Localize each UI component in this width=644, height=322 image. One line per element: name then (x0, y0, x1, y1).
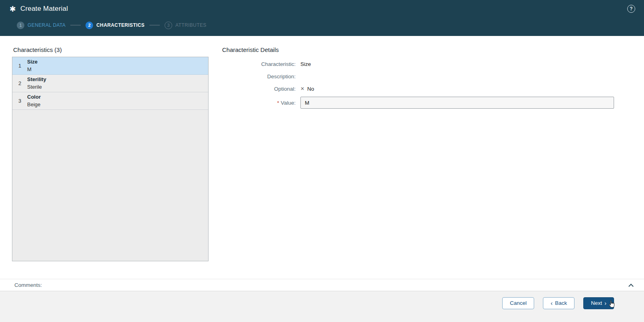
cross-icon: ✕ (300, 86, 304, 91)
characteristic-item-size[interactable]: 1 Size M (12, 57, 208, 75)
chevron-right-icon: › (604, 300, 606, 306)
characteristic-details-panel: Characteristic Details Characteristic: S… (209, 36, 644, 279)
chevron-up-icon[interactable] (628, 284, 634, 289)
item-text: Sterility Sterile (27, 76, 46, 91)
description-label: Description: (222, 74, 296, 80)
help-icon[interactable]: ? (627, 5, 635, 13)
item-value: M (27, 66, 38, 73)
characteristic-item-sterility[interactable]: 2 Sterility Sterile (12, 75, 208, 92)
characteristic-value: Size (300, 61, 311, 67)
app-header: ✱ Create Material ? 1 GENERAL DATA 2 CHA… (0, 0, 644, 36)
optional-value-text: No (307, 86, 314, 92)
step3-label: ATTRIBUTES (175, 22, 207, 28)
app-logo-icon: ✱ (10, 5, 16, 13)
characteristics-list: 1 Size M 2 Sterility Sterile 3 (12, 57, 209, 261)
comments-label: Comments: (14, 282, 42, 288)
step2-label: CHARACTERISTICS (96, 22, 145, 28)
characteristic-label: Characteristic: (222, 61, 296, 67)
main-content: Characteristics (3) 1 Size M 2 Sterility… (0, 36, 644, 279)
wizard-step-general-data[interactable]: 1 GENERAL DATA (17, 22, 66, 29)
next-button[interactable]: Next › (583, 297, 614, 309)
back-button[interactable]: ‹ Back (543, 297, 574, 309)
wizard-steps: 1 GENERAL DATA 2 CHARACTERISTICS 3 ATTRI… (0, 18, 644, 36)
characteristic-row: Characteristic: Size (222, 60, 614, 68)
chevron-left-icon: ‹ (551, 300, 553, 306)
item-index: 2 (12, 80, 27, 86)
next-button-label: Next (591, 300, 602, 306)
value-row: *Value: (222, 97, 614, 109)
cancel-button[interactable]: Cancel (502, 297, 534, 309)
characteristics-list-title: Characteristics (3) (13, 46, 209, 53)
step-connector (149, 25, 160, 26)
description-row: Description: (222, 72, 614, 81)
wizard-step-characteristics[interactable]: 2 CHARACTERISTICS (85, 22, 145, 29)
back-button-label: Back (555, 300, 567, 306)
page-title: Create Material (20, 5, 627, 13)
item-name: Sterility (27, 76, 46, 83)
characteristic-item-color[interactable]: 3 Color Beige (12, 92, 208, 110)
optional-value: ✕ No (300, 86, 314, 92)
cancel-button-label: Cancel (510, 300, 527, 306)
value-label-text: Value: (281, 100, 296, 106)
step1-label: GENERAL DATA (28, 22, 66, 28)
required-mark: * (277, 100, 279, 106)
item-name: Size (27, 59, 38, 66)
title-bar: ✱ Create Material ? (0, 0, 644, 18)
item-name: Color (27, 94, 41, 101)
create-material-app: ✱ Create Material ? 1 GENERAL DATA 2 CHA… (0, 0, 644, 322)
optional-label: Optional: (222, 86, 296, 92)
item-value: Beige (27, 101, 41, 108)
step2-number-badge: 2 (85, 22, 93, 29)
details-title: Characteristic Details (222, 46, 614, 53)
step3-number-badge: 3 (165, 22, 172, 29)
wizard-step-attributes: 3 ATTRIBUTES (165, 22, 207, 29)
optional-row: Optional: ✕ No (222, 84, 614, 93)
item-text: Size M (27, 59, 38, 73)
step-connector (70, 25, 81, 26)
value-label: *Value: (222, 100, 296, 106)
item-text: Color Beige (27, 94, 41, 108)
item-index: 1 (12, 63, 27, 69)
footer-bar: Cancel ‹ Back Next › (0, 291, 644, 322)
item-value: Sterile (27, 84, 46, 91)
characteristics-panel: Characteristics (3) 1 Size M 2 Sterility… (12, 36, 209, 279)
step1-number-badge: 1 (17, 22, 24, 29)
comments-section: Comments: (0, 279, 644, 291)
value-input[interactable] (300, 97, 614, 109)
item-index: 3 (12, 98, 27, 104)
